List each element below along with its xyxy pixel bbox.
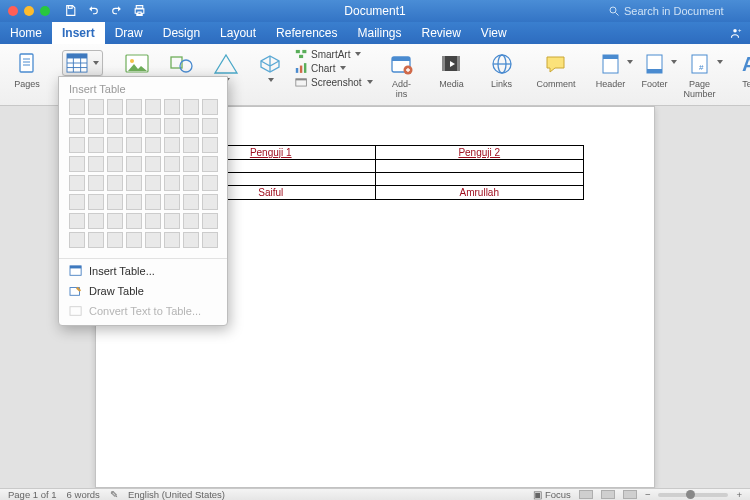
grid-cell[interactable] xyxy=(126,175,142,191)
comment-button[interactable]: Comment xyxy=(531,48,582,103)
window-zoom[interactable] xyxy=(40,6,50,16)
menu-home[interactable]: Home xyxy=(0,22,52,44)
page-number-button[interactable]: #Page Number xyxy=(678,48,722,103)
grid-cell[interactable] xyxy=(202,99,218,115)
text-button[interactable]: AText xyxy=(730,48,750,103)
grid-cell[interactable] xyxy=(107,99,123,115)
redo-icon[interactable] xyxy=(110,4,123,19)
screenshot-button[interactable]: Screenshot xyxy=(295,76,373,88)
grid-cell[interactable] xyxy=(202,194,218,210)
grid-cell[interactable] xyxy=(145,232,161,248)
grid-cell[interactable] xyxy=(202,137,218,153)
grid-cell[interactable] xyxy=(107,175,123,191)
grid-cell[interactable] xyxy=(69,175,85,191)
grid-cell[interactable] xyxy=(183,118,199,134)
grid-cell[interactable] xyxy=(69,213,85,229)
menu-view[interactable]: View xyxy=(471,22,517,44)
menu-review[interactable]: Review xyxy=(412,22,471,44)
grid-cell[interactable] xyxy=(164,175,180,191)
grid-cell[interactable] xyxy=(107,194,123,210)
insert-table-option[interactable]: Insert Table... xyxy=(59,261,227,281)
draw-table-option[interactable]: Draw Table xyxy=(59,281,227,301)
view-outline[interactable] xyxy=(623,490,637,499)
focus-mode[interactable]: ▣ Focus xyxy=(533,489,571,500)
grid-cell[interactable] xyxy=(69,232,85,248)
menu-draw[interactable]: Draw xyxy=(105,22,153,44)
grid-cell[interactable] xyxy=(107,156,123,172)
header-button[interactable]: Header xyxy=(590,48,632,103)
table-cell[interactable] xyxy=(375,173,584,186)
spellcheck-icon[interactable]: ✎ xyxy=(110,489,118,500)
share-button[interactable]: + xyxy=(720,22,750,44)
zoom-in[interactable]: + xyxy=(736,489,742,500)
grid-cell[interactable] xyxy=(202,156,218,172)
grid-cell[interactable] xyxy=(183,175,199,191)
grid-cell[interactable] xyxy=(69,99,85,115)
save-icon[interactable] xyxy=(64,4,77,19)
view-web[interactable] xyxy=(601,490,615,499)
grid-cell[interactable] xyxy=(88,118,104,134)
grid-cell[interactable] xyxy=(88,194,104,210)
table-cell[interactable] xyxy=(375,160,584,173)
grid-cell[interactable] xyxy=(88,232,104,248)
status-words[interactable]: 6 words xyxy=(67,489,100,500)
grid-cell[interactable] xyxy=(145,99,161,115)
grid-cell[interactable] xyxy=(202,118,218,134)
table-size-grid[interactable] xyxy=(59,99,227,256)
grid-cell[interactable] xyxy=(164,156,180,172)
grid-cell[interactable] xyxy=(183,194,199,210)
grid-cell[interactable] xyxy=(145,137,161,153)
grid-cell[interactable] xyxy=(202,232,218,248)
view-print[interactable] xyxy=(579,490,593,499)
smartart-button[interactable]: SmartArt xyxy=(295,48,373,60)
grid-cell[interactable] xyxy=(107,232,123,248)
grid-cell[interactable] xyxy=(183,213,199,229)
grid-cell[interactable] xyxy=(164,137,180,153)
grid-cell[interactable] xyxy=(183,137,199,153)
grid-cell[interactable] xyxy=(107,213,123,229)
grid-cell[interactable] xyxy=(145,156,161,172)
addins-button[interactable]: Add-ins xyxy=(381,48,423,103)
menu-layout[interactable]: Layout xyxy=(210,22,266,44)
grid-cell[interactable] xyxy=(88,213,104,229)
status-lang[interactable]: English (United States) xyxy=(128,489,225,500)
media-button[interactable]: Media xyxy=(431,48,473,103)
search-input[interactable] xyxy=(624,5,744,17)
window-minimize[interactable] xyxy=(24,6,34,16)
grid-cell[interactable] xyxy=(202,175,218,191)
zoom-slider[interactable] xyxy=(658,493,728,497)
grid-cell[interactable] xyxy=(69,156,85,172)
grid-cell[interactable] xyxy=(88,137,104,153)
grid-cell[interactable] xyxy=(126,99,142,115)
grid-cell[interactable] xyxy=(88,156,104,172)
menu-design[interactable]: Design xyxy=(153,22,210,44)
grid-cell[interactable] xyxy=(145,175,161,191)
print-icon[interactable] xyxy=(133,4,146,19)
pages-button[interactable]: Pages xyxy=(6,48,48,103)
grid-cell[interactable] xyxy=(183,156,199,172)
grid-cell[interactable] xyxy=(126,194,142,210)
window-close[interactable] xyxy=(8,6,18,16)
links-button[interactable]: Links xyxy=(481,48,523,103)
grid-cell[interactable] xyxy=(126,156,142,172)
menu-mailings[interactable]: Mailings xyxy=(347,22,411,44)
chart-button[interactable]: Chart xyxy=(295,62,373,74)
table-cell[interactable]: Penguji 2 xyxy=(375,146,584,160)
status-page[interactable]: Page 1 of 1 xyxy=(8,489,57,500)
grid-cell[interactable] xyxy=(126,213,142,229)
grid-cell[interactable] xyxy=(88,175,104,191)
zoom-out[interactable]: − xyxy=(645,489,651,500)
grid-cell[interactable] xyxy=(183,232,199,248)
grid-cell[interactable] xyxy=(69,137,85,153)
grid-cell[interactable] xyxy=(183,99,199,115)
grid-cell[interactable] xyxy=(164,232,180,248)
table-cell[interactable]: Amrullah xyxy=(375,186,584,200)
grid-cell[interactable] xyxy=(126,232,142,248)
grid-cell[interactable] xyxy=(107,137,123,153)
menu-references[interactable]: References xyxy=(266,22,347,44)
menu-insert[interactable]: Insert xyxy=(52,22,105,44)
grid-cell[interactable] xyxy=(145,194,161,210)
grid-cell[interactable] xyxy=(88,99,104,115)
grid-cell[interactable] xyxy=(164,99,180,115)
grid-cell[interactable] xyxy=(164,213,180,229)
